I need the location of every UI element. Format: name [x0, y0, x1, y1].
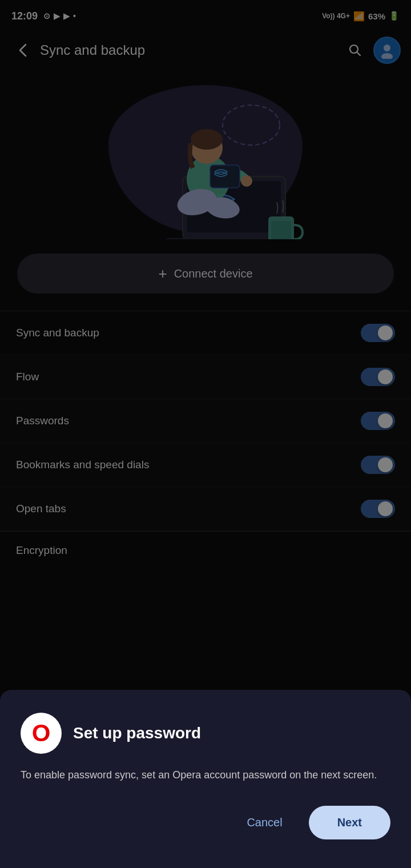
opera-o-icon: O: [32, 720, 51, 747]
modal-sheet: O Set up password To enable password syn…: [0, 690, 411, 868]
modal-header: O Set up password: [21, 713, 390, 754]
modal-overlay: O Set up password To enable password syn…: [0, 0, 411, 868]
next-button[interactable]: Next: [309, 806, 390, 839]
opera-logo: O: [21, 713, 62, 754]
modal-title: Set up password: [73, 724, 201, 742]
cancel-button[interactable]: Cancel: [237, 810, 291, 835]
modal-actions: Cancel Next: [21, 806, 390, 839]
modal-description: To enable password sync, set an Opera ac…: [21, 767, 390, 783]
